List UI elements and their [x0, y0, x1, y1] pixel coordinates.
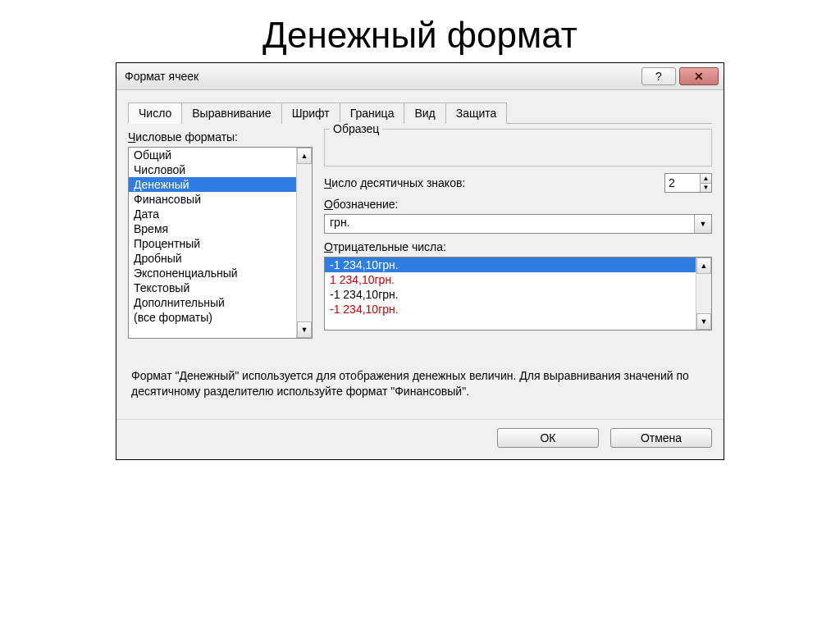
combo-dropdown-icon[interactable]: ▼: [694, 215, 711, 233]
decimals-label: Число десятичных знаков:: [324, 176, 658, 189]
scroll-up-icon[interactable]: ▲: [297, 148, 312, 164]
help-icon: ?: [655, 70, 662, 83]
tab-protection[interactable]: Защита: [445, 103, 508, 124]
scroll-down-icon[interactable]: ▼: [696, 313, 711, 330]
tab-font[interactable]: Шрифт: [281, 103, 340, 124]
cancel-button[interactable]: Отмена: [610, 428, 712, 448]
negative-item[interactable]: -1 234,10грн.: [325, 302, 696, 317]
negatives-scrollbar[interactable]: ▲ ▼: [696, 258, 711, 330]
dialog-body: Число Выравнивание Шрифт Граница Вид Защ…: [116, 90, 724, 419]
negative-item[interactable]: -1 234,10грн.: [325, 287, 696, 302]
symbol-label: Обозначение:: [324, 198, 712, 211]
format-item[interactable]: Дополнительный: [129, 295, 296, 310]
page-heading: Денежный формат: [0, 0, 840, 62]
formats-scrollbar[interactable]: ▲ ▼: [296, 148, 312, 338]
formats-label: Числовые форматы:: [128, 130, 313, 144]
tab-alignment[interactable]: Выравнивание: [181, 103, 281, 124]
tab-view[interactable]: Вид: [404, 103, 445, 124]
close-button[interactable]: ✕: [679, 67, 719, 85]
sample-label: Образец: [330, 122, 382, 135]
format-item[interactable]: Дата: [129, 207, 296, 221]
ok-button[interactable]: ОК: [497, 428, 599, 448]
dialog-title: Формат ячеек: [125, 70, 638, 83]
format-item[interactable]: Финансовый: [129, 192, 296, 207]
spinner-down-icon[interactable]: ▼: [700, 183, 711, 193]
sample-group: Образец: [324, 129, 712, 166]
format-cells-dialog: Формат ячеек ? ✕ Число Выравнивание Шриф…: [116, 62, 724, 460]
tab-border[interactable]: Граница: [340, 103, 405, 124]
decimals-spinner[interactable]: ▲ ▼: [664, 173, 712, 193]
negative-item[interactable]: 1 234,10грн.: [325, 272, 696, 287]
tab-number[interactable]: Число: [128, 103, 182, 124]
scroll-down-icon[interactable]: ▼: [297, 321, 312, 338]
format-item[interactable]: Время: [129, 221, 296, 236]
close-icon: ✕: [694, 70, 704, 83]
tab-row: Число Выравнивание Шрифт Граница Вид Защ…: [128, 102, 712, 124]
format-item[interactable]: Экспоненциальный: [129, 266, 296, 280]
symbol-value: грн.: [325, 215, 694, 233]
negative-label: Отрицательные числа:: [324, 240, 712, 253]
negatives-listbox[interactable]: -1 234,10грн. 1 234,10грн. -1 234,10грн.…: [324, 257, 712, 330]
format-item[interactable]: Процентный: [129, 236, 296, 251]
help-button[interactable]: ?: [641, 67, 676, 85]
format-description: Формат "Денежный" используется для отобр…: [131, 368, 709, 399]
dialog-footer: ОК Отмена: [116, 419, 724, 459]
formats-listbox[interactable]: Общий Числовой Денежный Финансовый Дата …: [128, 147, 313, 339]
spinner-up-icon[interactable]: ▲: [700, 174, 711, 183]
format-item[interactable]: Текстовый: [129, 280, 296, 295]
format-item[interactable]: Денежный: [129, 177, 296, 192]
negative-item[interactable]: -1 234,10грн.: [325, 258, 696, 272]
scroll-up-icon[interactable]: ▲: [696, 258, 711, 274]
titlebar: Формат ячеек ? ✕: [116, 63, 724, 90]
format-item[interactable]: Общий: [129, 148, 296, 162]
format-item[interactable]: (все форматы): [129, 310, 296, 325]
format-item[interactable]: Дробный: [129, 251, 296, 266]
symbol-combo[interactable]: грн. ▼: [324, 214, 712, 234]
format-item[interactable]: Числовой: [129, 162, 296, 177]
decimals-input[interactable]: [665, 174, 700, 192]
